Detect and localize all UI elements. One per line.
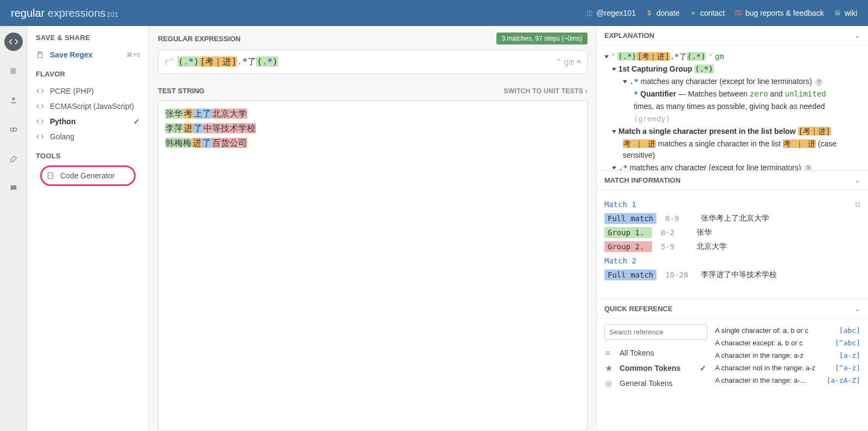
collapse-matchinfo-icon[interactable]: ⌄ xyxy=(854,176,860,184)
header-link-dollar[interactable]: $donate xyxy=(646,9,680,17)
quickref-token-row[interactable]: A single character of: a, b or c[abc] xyxy=(715,324,860,337)
quickref-token: [a-z] xyxy=(839,351,860,359)
match-row[interactable]: Full match0-9张华考上了北京大学 xyxy=(604,213,860,224)
quickref-token: [a-zA-Z] xyxy=(826,376,860,384)
app-body: SAVE & SHARE Save Regex ⌘+s FLAVOR PCRE … xyxy=(0,26,868,431)
collapse-explanation-icon[interactable]: ⌄ xyxy=(854,31,860,40)
code-icon xyxy=(36,132,44,141)
quickref-category[interactable]: ★Common Tokens✓ xyxy=(604,361,707,376)
star-icon: ★ xyxy=(605,364,614,372)
help-icon[interactable]: ? xyxy=(815,79,823,86)
match-label: Group 1. xyxy=(604,227,652,238)
code-generator-icon xyxy=(46,171,55,180)
regex-editor-icon[interactable] xyxy=(4,33,23,51)
quickref-token-row[interactable]: A character not in the range: a-z[^a-z] xyxy=(715,362,860,374)
code-generator-item[interactable]: Code Generator xyxy=(46,168,130,183)
match-status-badge: 3 matches, 97 steps (~0ms) xyxy=(496,33,588,44)
regex-delim-open: r" xyxy=(164,57,174,67)
flavor-item[interactable]: ECMAScript (JavaScript) xyxy=(36,99,140,114)
code-generator-label: Code Generator xyxy=(60,171,114,180)
code-icon xyxy=(36,87,44,95)
quickref-token: [abc] xyxy=(839,326,860,334)
regex-title: REGULAR EXPRESSION xyxy=(158,35,240,43)
quickref-body: ≡All Tokens★Common Tokens✓◎General Token… xyxy=(597,319,868,396)
code-icon xyxy=(36,102,44,111)
settings-icon[interactable] xyxy=(4,150,23,168)
sidebar: SAVE & SHARE Save Regex ⌘+s FLAVOR PCRE … xyxy=(27,26,149,431)
save-shortcut: ⌘+s xyxy=(126,51,140,59)
regex-delim-close: " xyxy=(556,57,561,67)
match-value: 张华考上了北京大学 xyxy=(701,214,769,223)
tools-title: TOOLS xyxy=(36,152,140,160)
code-icon xyxy=(36,117,44,126)
explanation-title: EXPLANATION xyxy=(604,31,654,40)
quickref-token-row[interactable]: A character in the range: a-...[a-zA-Z] xyxy=(715,374,860,387)
match-info-title: MATCH INFORMATION xyxy=(604,176,680,184)
chevron-right-icon: › xyxy=(585,87,588,95)
explanation-body: " (.*)[考｜进].*了(.*) " gm 1st Capturing Gr… xyxy=(597,46,868,170)
quickref-desc: A character in the range: a-z xyxy=(715,351,803,359)
flavor-item[interactable]: Python✓ xyxy=(36,114,140,129)
svg-rect-3 xyxy=(39,52,41,54)
match-label: Full match xyxy=(604,269,656,280)
flag-icon[interactable]: ⚑ xyxy=(576,57,582,67)
quickref-title: QUICK REFERENCE xyxy=(604,305,673,313)
quickref-desc: A character in the range: a-... xyxy=(715,376,806,384)
logo-101: 101 xyxy=(107,10,119,18)
library-icon[interactable] xyxy=(4,62,23,80)
quickref-token: [^abc] xyxy=(835,339,860,347)
test-string-input[interactable]: 张华考上了北京大学李萍进了中等技术学校韩梅梅进了百货公司 xyxy=(158,100,588,431)
quickref-search-input[interactable] xyxy=(604,324,707,340)
quickref-category[interactable]: ≡All Tokens xyxy=(604,345,707,361)
quickref-token-row[interactable]: A character in the range: a-z[a-z] xyxy=(715,349,860,362)
help-icon[interactable]: ? xyxy=(805,165,812,171)
save-share-title: SAVE & SHARE xyxy=(36,34,140,42)
save-regex-item[interactable]: Save Regex ⌘+s xyxy=(36,47,140,62)
main-editor: REGULAR EXPRESSION 3 matches, 97 steps (… xyxy=(149,26,597,431)
header-link-twitter[interactable]: ◫@regex101 xyxy=(585,9,636,17)
quickref-token-row[interactable]: A character except: a, b or c[^abc] xyxy=(715,337,860,349)
header-link-bug[interactable]: ⌧bug reports & feedback xyxy=(735,9,824,17)
logo-regular: regular xyxy=(11,7,44,19)
chat-icon[interactable] xyxy=(4,179,23,197)
match-title: Match 2 xyxy=(604,256,860,265)
match-title: Match 1⧉ xyxy=(604,200,860,209)
regex-input[interactable]: r" (.*)[考｜进].*了(.*) " gm ⚑ xyxy=(158,50,588,74)
external-link-icon[interactable]: ⧉ xyxy=(855,200,860,209)
collapse-quickref-icon[interactable]: ⌄ xyxy=(854,305,860,313)
match-row[interactable]: Group 2.5-9北京大学 xyxy=(604,241,860,252)
flavor-item[interactable]: Golang xyxy=(36,129,140,144)
icon-sidebar xyxy=(0,26,27,431)
right-panel: EXPLANATION ⌄ " (.*)[考｜进].*了(.*) " gm 1s… xyxy=(597,26,868,431)
bug-icon: ⌧ xyxy=(735,9,742,17)
check-icon: ✓ xyxy=(133,117,140,126)
header-links: ◫@regex101$donate➤contact⌧bug reports & … xyxy=(585,9,857,17)
regex-flags[interactable]: gm xyxy=(564,57,574,67)
switch-unit-tests-link[interactable]: SWITCH TO UNIT TESTS › xyxy=(504,87,588,95)
target-icon: ◎ xyxy=(605,379,614,388)
send-icon: ➤ xyxy=(690,9,697,17)
svg-point-1 xyxy=(10,128,14,131)
logo[interactable]: regular expressions101 xyxy=(11,7,118,20)
match-value: 李萍进了中等技术学校 xyxy=(701,270,777,280)
quickref-desc: A character not in the range: a-z xyxy=(715,364,815,372)
test-line: 韩梅梅进了百货公司 xyxy=(165,136,580,150)
save-icon xyxy=(36,50,44,59)
header-link-library[interactable]: 🏛wiki xyxy=(834,9,857,17)
match-value: 北京大学 xyxy=(697,242,727,252)
svg-point-2 xyxy=(14,128,17,131)
svg-point-0 xyxy=(12,98,15,100)
quickref-desc: A single character of: a, b or c xyxy=(715,326,808,334)
save-regex-label: Save Regex xyxy=(50,50,93,59)
library-icon: 🏛 xyxy=(834,9,841,17)
flavor-title: FLAVOR xyxy=(36,70,140,78)
regex-pattern: (.*)[考｜进].*了(.*) xyxy=(177,56,278,68)
match-value: 张华 xyxy=(697,228,712,237)
debugger-icon[interactable] xyxy=(4,120,23,139)
quickref-category[interactable]: ◎General Tokens xyxy=(604,376,707,391)
header-link-send[interactable]: ➤contact xyxy=(690,9,725,17)
match-row[interactable]: Group 1.0-2张华 xyxy=(604,227,860,238)
flavor-item[interactable]: PCRE (PHP) xyxy=(36,83,140,99)
match-row[interactable]: Full match10-20李萍进了中等技术学校 xyxy=(604,269,860,280)
account-icon[interactable] xyxy=(4,91,23,110)
